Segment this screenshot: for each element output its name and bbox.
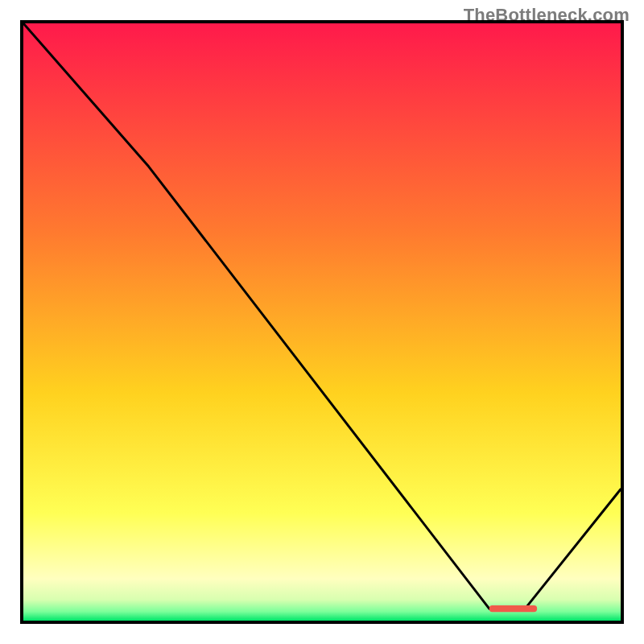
svg-rect-1 [489, 605, 537, 612]
plot-frame [20, 20, 624, 624]
chart-container: TheBottleneck.com [0, 0, 644, 644]
highlight-marker [23, 23, 621, 621]
